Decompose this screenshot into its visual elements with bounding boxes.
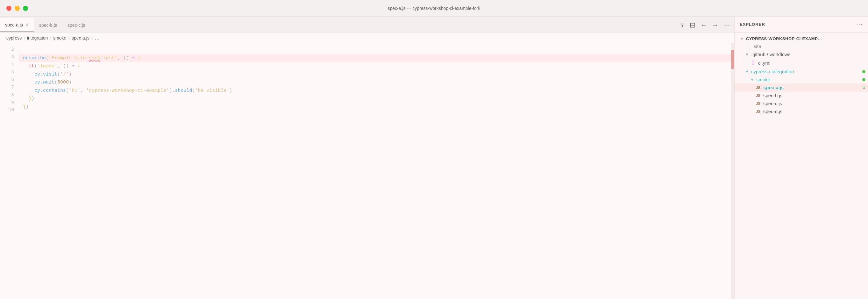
chevron-cypress: ∨: [745, 70, 749, 74]
sidebar-item-spec-c[interactable]: JS spec-c.js: [735, 100, 868, 107]
github-label: .github / workflows: [751, 52, 790, 57]
js-icon-spec-d: JS: [755, 109, 761, 114]
tab-actions: ⑂ ⊟ ← → ···: [677, 18, 734, 32]
js-icon-spec-b: JS: [755, 93, 761, 98]
editor-area: spec-a.js ✕ spec-b.js spec-c.js ⑂ ⊟ ← → …: [0, 17, 734, 299]
titlebar: spec-a.js — cypress-workshop-ci-example-…: [0, 0, 868, 17]
root-label: CYPRESS-WORKSHOP-CI-EXAMP…: [746, 36, 822, 41]
navigate-back-icon[interactable]: ←: [701, 21, 707, 29]
sidebar-content: ∨ CYPRESS-WORKSHOP-CI-EXAMP… › _site ∨ .…: [735, 32, 868, 299]
sidebar-item-spec-a[interactable]: JS spec-a.js U: [735, 83, 868, 91]
site-label: _site: [751, 44, 761, 49]
code-line-5: cy.visit('/'): [19, 71, 734, 79]
cypress-integration-badge: [862, 70, 865, 73]
code-line-8: }): [19, 95, 734, 103]
code-line-4: it('loads', () ⇒ {: [19, 62, 734, 71]
more-actions-icon[interactable]: ···: [723, 22, 730, 28]
sidebar: EXPLORER ··· ∨ CYPRESS-WORKSHOP-CI-EXAMP…: [734, 17, 868, 299]
line-num-6: 6: [0, 76, 19, 84]
window-controls: [6, 6, 28, 11]
line-num-7: 7: [0, 84, 19, 91]
breadcrumb-integration[interactable]: integration: [27, 35, 48, 40]
tab-label-spec-b: spec-b.js: [39, 23, 57, 28]
breadcrumb-ellipsis[interactable]: …: [95, 35, 99, 40]
spec-b-label: spec-b.js: [763, 93, 782, 98]
breadcrumb-smoke[interactable]: smoke: [53, 35, 66, 40]
line-num-3: 3: [0, 54, 19, 61]
breadcrumb-cypress[interactable]: cypress: [6, 35, 22, 40]
ci-yml-label: ci.yml: [758, 60, 770, 66]
close-button[interactable]: [6, 6, 11, 11]
code-line-2: [19, 46, 734, 54]
smoke-badge: [862, 78, 865, 81]
sidebar-item-root[interactable]: ∨ CYPRESS-WORKSHOP-CI-EXAMP…: [735, 35, 868, 43]
sidebar-item-spec-b[interactable]: JS spec-b.js: [735, 91, 868, 100]
spec-c-label: spec-c.js: [763, 101, 782, 106]
chevron-smoke: ∨: [750, 78, 754, 82]
sidebar-item-cypress-integration[interactable]: ∨ cypress / integration: [735, 67, 868, 76]
sidebar-more-icon[interactable]: ···: [856, 21, 863, 28]
breadcrumb: cypress › integration › smoke › spec-a.j…: [0, 32, 734, 43]
line-num-5: 5: [0, 69, 19, 76]
breadcrumb-spec-a[interactable]: spec-a.js: [72, 35, 90, 40]
spec-a-badge: U: [863, 85, 865, 90]
sidebar-header: EXPLORER ···: [735, 17, 868, 32]
line-num-10: 10: [0, 106, 19, 114]
sidebar-header-actions: ···: [856, 21, 863, 28]
code-line-3: describe('Example·site·smok·test', () ⇒ …: [19, 54, 734, 62]
sidebar-item-smoke[interactable]: ∨ smoke: [735, 76, 868, 83]
minimize-button[interactable]: [14, 6, 20, 11]
line-numbers: 2 3 4 5 6 7 8 9 10: [0, 43, 19, 299]
js-icon-spec-a: JS: [755, 85, 761, 90]
chevron-root: ∨: [740, 37, 744, 41]
tab-spec-c[interactable]: spec-c.js: [62, 18, 90, 32]
code-lines: describe('Example·site·smok·test', () ⇒ …: [19, 43, 734, 299]
line-num-9: 9: [0, 99, 19, 107]
sidebar-item-github[interactable]: ∨ .github / workflows: [735, 50, 868, 58]
sidebar-item-site[interactable]: › _site: [735, 43, 868, 50]
code-line-6: cy.wait(5000): [19, 78, 734, 87]
js-icon-spec-c: JS: [755, 101, 761, 106]
line-num-2: 2: [0, 46, 19, 54]
cypress-integration-label: cypress / integration: [751, 69, 794, 74]
git-branch-icon[interactable]: ⑂: [680, 21, 685, 29]
tab-spec-b[interactable]: spec-b.js: [34, 18, 62, 32]
tab-label-spec-a: spec-a.js: [5, 22, 23, 27]
navigate-forward-icon[interactable]: →: [712, 21, 718, 29]
code-line-10: [19, 111, 734, 119]
code-line-9: }): [19, 103, 734, 111]
split-editor-icon[interactable]: ⊟: [690, 21, 695, 29]
tab-close-spec-a[interactable]: ✕: [26, 23, 29, 27]
line-num-8: 8: [0, 91, 19, 99]
code-editor[interactable]: 2 3 4 5 6 7 8 9 10 describe('Example·sit…: [0, 43, 734, 299]
tab-label-spec-c: spec-c.js: [67, 23, 85, 28]
smoke-label: smoke: [756, 77, 770, 82]
tab-spec-a[interactable]: spec-a.js ✕: [0, 18, 34, 32]
maximize-button[interactable]: [23, 6, 28, 11]
tab-bar: spec-a.js ✕ spec-b.js spec-c.js ⑂ ⊟ ← → …: [0, 17, 734, 32]
scrollbar[interactable]: [731, 43, 734, 299]
code-line-7: cy.contains('h1', 'cypress-workshop-ci-e…: [19, 87, 734, 95]
sidebar-item-ci-yml[interactable]: ! ci.yml: [735, 58, 868, 67]
line-num-4: 4: [0, 61, 19, 69]
sidebar-item-spec-d[interactable]: JS spec-d.js: [735, 107, 868, 115]
scrollbar-thumb[interactable]: [731, 50, 734, 69]
window-title: spec-a.js — cypress-workshop-ci-example-…: [388, 6, 480, 11]
spec-a-label: spec-a.js: [763, 85, 784, 90]
exclamation-icon: !: [750, 60, 756, 66]
spec-d-label: spec-d.js: [763, 109, 782, 114]
main-container: spec-a.js ✕ spec-b.js spec-c.js ⑂ ⊟ ← → …: [0, 17, 868, 299]
explorer-title: EXPLORER: [740, 22, 765, 27]
chevron-github: ∨: [745, 52, 749, 56]
chevron-site: ›: [745, 45, 749, 49]
